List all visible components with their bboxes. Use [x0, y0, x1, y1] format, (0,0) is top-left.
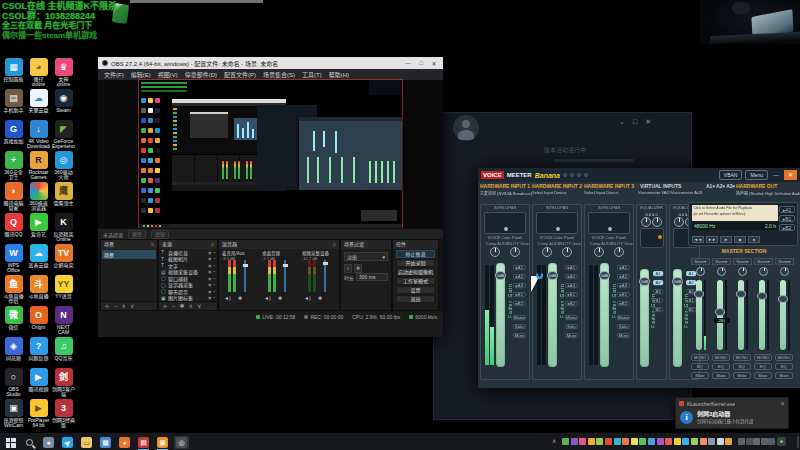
- menu-button[interactable]: Menu: [745, 170, 768, 180]
- minimize-button[interactable]: —: [403, 60, 413, 66]
- mute-button[interactable]: Mute: [513, 333, 526, 338]
- control-button-4[interactable]: 工作室模式: [396, 277, 435, 285]
- tray-system-icon-3[interactable]: [753, 438, 760, 445]
- fader-knob[interactable]: [694, 290, 704, 298]
- bus-knob[interactable]: [738, 267, 747, 276]
- start-button[interactable]: [3, 436, 18, 449]
- desktop-icon-15[interactable]: 鹰雪鹰领主: [52, 182, 75, 212]
- volume-slider[interactable]: [244, 260, 246, 292]
- show-desktop-button[interactable]: [797, 436, 799, 448]
- tray-expand-icon[interactable]: ∧: [552, 437, 556, 444]
- mono-button[interactable]: MONO: [712, 354, 730, 361]
- menu-item[interactable]: 停靠部件(D): [185, 70, 217, 79]
- slider-handle[interactable]: [323, 262, 328, 265]
- tray-system-icon-4[interactable]: [761, 438, 768, 445]
- tray-icon-5[interactable]: [596, 438, 603, 445]
- menu-item[interactable]: 工具(T): [302, 70, 322, 79]
- toolbar-icon[interactable]: ∨: [130, 303, 134, 309]
- tray-icon-16[interactable]: [691, 438, 698, 445]
- desktop-icon-1[interactable]: ▦控制面板: [2, 58, 25, 88]
- lock-icon[interactable]: ▪: [214, 269, 215, 274]
- desktop-icon-23[interactable]: 斗斗鱼直播: [27, 275, 50, 305]
- eq-knob[interactable]: [674, 217, 684, 227]
- bus-a3-button[interactable]: A3: [653, 289, 663, 294]
- bus-b1-button[interactable]: B1: [653, 298, 663, 303]
- desktop-icon-18[interactable]: K反恐精英Online: [52, 213, 75, 243]
- intellipan-pad[interactable]: [588, 212, 630, 234]
- toolbar-icon[interactable]: ＋: [104, 303, 110, 309]
- tray-icon-14[interactable]: [674, 438, 681, 445]
- bus-b1-button[interactable]: ▸B1: [513, 292, 526, 297]
- fader-knob[interactable]: [757, 292, 767, 300]
- bus-a2-button[interactable]: ▸A2: [565, 274, 578, 279]
- mute-button[interactable]: Mute: [712, 372, 730, 379]
- tray-icon-4[interactable]: [588, 438, 595, 445]
- tray-icon-3[interactable]: [579, 438, 586, 445]
- solo-button[interactable]: Solo: [513, 324, 526, 329]
- tray-icon-12[interactable]: [657, 438, 664, 445]
- bus-a3-button[interactable]: ▸A3: [617, 283, 630, 288]
- bus-b2-button[interactable]: B2: [653, 307, 663, 312]
- bus-a1-button[interactable]: ▸A1: [617, 265, 630, 270]
- bus-a1-button[interactable]: A1: [653, 271, 663, 276]
- eq-button[interactable]: EQ: [712, 363, 730, 370]
- mute-button[interactable]: Mute: [691, 372, 709, 379]
- eye-icon[interactable]: ◉: [208, 282, 212, 287]
- desktop-icon-28[interactable]: ◈同花顺: [2, 337, 25, 367]
- toolbar-icon[interactable]: −: [172, 303, 176, 309]
- desktop-icon-36[interactable]: 3剑网3经典版: [52, 399, 75, 429]
- fader-knob[interactable]: [736, 290, 746, 298]
- dock-menu-icon[interactable]: ≡: [151, 240, 154, 249]
- transition-toolbar-icon[interactable]: ＋: [344, 264, 352, 273]
- tray-icon-10[interactable]: [639, 438, 646, 445]
- mute-button[interactable]: Mute: [775, 372, 793, 379]
- tray-icon-11[interactable]: [648, 438, 655, 445]
- transport-button[interactable]: ●: [748, 236, 760, 243]
- bus-mode-select[interactable]: Norm▾: [754, 258, 773, 265]
- bus-knob[interactable]: [780, 267, 789, 276]
- hardware-input-device[interactable]: Select Input Device: [532, 190, 566, 195]
- fader-knob[interactable]: 0dB: [639, 277, 650, 286]
- bus-b1-button[interactable]: ▸B1: [565, 292, 578, 297]
- avatar[interactable]: [453, 115, 479, 141]
- hardware-out-title[interactable]: HARDWARE OUT: [736, 183, 777, 189]
- taskbar-app-8[interactable]: ▤: [136, 436, 151, 449]
- voicemeeter-titlebar[interactable]: VOICE MEETER Banana VBAN Menu — ✕: [478, 168, 800, 182]
- desktop-icon-20[interactable]: ☁蓝奏云盘: [27, 244, 50, 274]
- dock-menu-icon[interactable]: ≡: [333, 240, 336, 249]
- eye-icon[interactable]: ◉: [208, 276, 212, 281]
- tray-icon-6[interactable]: [605, 438, 612, 445]
- speaker-icon[interactable]: ◄): [264, 295, 271, 301]
- mute-button[interactable]: Mute: [617, 333, 630, 338]
- eq-button[interactable]: EQ: [691, 363, 709, 370]
- desktop-icon-27[interactable]: NNEXT CAM: [52, 306, 75, 336]
- vban-button[interactable]: VBAN: [719, 170, 743, 180]
- obs-titlebar[interactable]: OBS 27.2.4 (64-bit, windows) - 配置文件: 未命名…: [98, 57, 443, 69]
- master-fader[interactable]: [738, 280, 744, 350]
- virtual-input-name[interactable]: Voicemeeter VAIO: [638, 190, 671, 195]
- window-control-icon[interactable]: ✕: [645, 118, 651, 126]
- menu-item[interactable]: 视图(V): [158, 70, 178, 79]
- mono-button[interactable]: Mono: [513, 315, 526, 320]
- mono-button[interactable]: Mono: [565, 315, 578, 320]
- eye-icon[interactable]: ◉: [208, 295, 212, 300]
- control-button-5[interactable]: 设置: [396, 286, 435, 294]
- panning-pad[interactable]: [640, 228, 664, 248]
- desktop-icon-13[interactable]: ◗腾讯电脑管家: [2, 182, 25, 212]
- transition-select[interactable]: 淡出▾: [344, 252, 388, 261]
- mono-button[interactable]: MONO: [691, 354, 709, 361]
- master-fader[interactable]: [759, 280, 765, 350]
- bus-b2-button[interactable]: ▸B2: [565, 301, 578, 306]
- voicemeeter-recorder[interactable]: Click to Select Audio File for Playback …: [688, 202, 798, 246]
- desktop-icon-35[interactable]: ▶PotPlayer 64 bit: [27, 399, 50, 429]
- taskbar-app-3[interactable]: ●: [41, 436, 56, 449]
- toolbar-icon[interactable]: ∧: [122, 303, 126, 309]
- menu-item[interactable]: 文件(F): [104, 70, 124, 79]
- lock-icon[interactable]: ▪: [214, 282, 215, 287]
- mono-button[interactable]: MONO: [775, 354, 793, 361]
- taskbar-app-10[interactable]: ◎: [174, 436, 189, 449]
- mono-button[interactable]: MONO: [754, 354, 772, 361]
- hardware-input-title[interactable]: HARDWARE INPUT 3: [584, 183, 634, 189]
- eq-knob[interactable]: [641, 217, 651, 227]
- desktop-icon-29[interactable]: ?问题反馈: [27, 337, 50, 367]
